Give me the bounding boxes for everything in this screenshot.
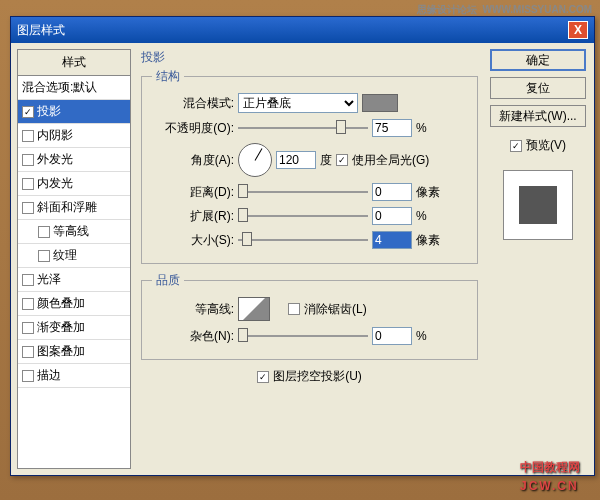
sidebar-item-label: 外发光 (37, 151, 73, 168)
style-checkbox[interactable] (22, 106, 34, 118)
titlebar[interactable]: 图层样式 X (11, 17, 594, 43)
style-checkbox[interactable] (22, 130, 34, 142)
sidebar-item[interactable]: 混合选项:默认 (18, 76, 130, 100)
global-light-label: 使用全局光(G) (352, 152, 429, 169)
sidebar-item[interactable]: 纹理 (18, 244, 130, 268)
style-checkbox[interactable] (38, 250, 50, 262)
noise-slider[interactable] (238, 328, 368, 344)
quality-legend: 品质 (152, 272, 184, 289)
angle-unit: 度 (320, 152, 332, 169)
spread-slider[interactable] (238, 208, 368, 224)
distance-slider[interactable] (238, 184, 368, 200)
size-input[interactable] (372, 231, 412, 249)
structure-group: 结构 混合模式: 正片叠底 不透明度(O): % 角度(A): 度 (141, 68, 478, 264)
noise-label: 杂色(N): (152, 328, 234, 345)
opacity-input[interactable] (372, 119, 412, 137)
spread-unit: % (416, 209, 427, 223)
opacity-label: 不透明度(O): (152, 120, 234, 137)
size-unit: 像素 (416, 232, 440, 249)
style-checkbox[interactable] (22, 346, 34, 358)
style-checkbox[interactable] (22, 202, 34, 214)
size-slider[interactable] (238, 232, 368, 248)
antialias-label: 消除锯齿(L) (304, 301, 367, 318)
sidebar-item[interactable]: 投影 (18, 100, 130, 124)
sidebar-item[interactable]: 等高线 (18, 220, 130, 244)
angle-dial[interactable] (238, 143, 272, 177)
preview-swatch (519, 186, 557, 224)
angle-label: 角度(A): (152, 152, 234, 169)
sidebar-item-label: 渐变叠加 (37, 319, 85, 336)
settings-title: 投影 (141, 49, 478, 66)
blend-mode-select[interactable]: 正片叠底 (238, 93, 358, 113)
sidebar-item[interactable]: 描边 (18, 364, 130, 388)
style-checkbox[interactable] (22, 370, 34, 382)
distance-input[interactable] (372, 183, 412, 201)
distance-label: 距离(D): (152, 184, 234, 201)
sidebar-item-label: 光泽 (37, 271, 61, 288)
spread-label: 扩展(R): (152, 208, 234, 225)
cancel-button[interactable]: 复位 (490, 77, 586, 99)
noise-input[interactable] (372, 327, 412, 345)
global-light-checkbox[interactable] (336, 154, 348, 166)
preview-checkbox[interactable] (510, 140, 522, 152)
sidebar-item-label: 等高线 (53, 223, 89, 240)
ok-button[interactable]: 确定 (490, 49, 586, 71)
opacity-slider[interactable] (238, 120, 368, 136)
style-checkbox[interactable] (22, 322, 34, 334)
sidebar-item-label: 图案叠加 (37, 343, 85, 360)
watermark-top-text: 思缘设计论坛 (417, 4, 477, 15)
sidebar-item[interactable]: 渐变叠加 (18, 316, 130, 340)
sidebar-item[interactable]: 斜面和浮雕 (18, 196, 130, 220)
contour-label: 等高线: (152, 301, 234, 318)
quality-group: 品质 等高线: 消除锯齿(L) 杂色(N): % (141, 272, 478, 360)
styles-list: 混合选项:默认投影内阴影外发光内发光斜面和浮雕等高线纹理光泽颜色叠加渐变叠加图案… (18, 76, 130, 468)
distance-unit: 像素 (416, 184, 440, 201)
sidebar-item[interactable]: 内阴影 (18, 124, 130, 148)
watermark-top-url: WWW.MISSYUAN.COM (483, 4, 592, 15)
preview-label: 预览(V) (526, 137, 566, 154)
sidebar-item[interactable]: 外发光 (18, 148, 130, 172)
styles-panel: 样式 混合选项:默认投影内阴影外发光内发光斜面和浮雕等高线纹理光泽颜色叠加渐变叠… (17, 49, 131, 469)
styles-header: 样式 (18, 50, 130, 76)
watermark-bottom: 中国教程网 JCW.CN (520, 457, 580, 494)
noise-unit: % (416, 329, 427, 343)
sidebar-item[interactable]: 内发光 (18, 172, 130, 196)
new-style-button[interactable]: 新建样式(W)... (490, 105, 586, 127)
sidebar-item[interactable]: 光泽 (18, 268, 130, 292)
watermark-top: 思缘设计论坛 WWW.MISSYUAN.COM (414, 3, 593, 17)
dialog-content: 样式 混合选项:默认投影内阴影外发光内发光斜面和浮雕等高线纹理光泽颜色叠加渐变叠… (11, 43, 594, 475)
preview-box (503, 170, 573, 240)
sidebar-item-label: 内阴影 (37, 127, 73, 144)
sidebar-item[interactable]: 颜色叠加 (18, 292, 130, 316)
knockout-label: 图层挖空投影(U) (273, 368, 362, 385)
shadow-color-swatch[interactable] (362, 94, 398, 112)
opacity-unit: % (416, 121, 427, 135)
sidebar-item-label: 颜色叠加 (37, 295, 85, 312)
sidebar-item-label: 内发光 (37, 175, 73, 192)
action-panel: 确定 复位 新建样式(W)... 预览(V) (488, 49, 588, 469)
blend-mode-label: 混合模式: (152, 95, 234, 112)
layer-style-dialog: 图层样式 X 样式 混合选项:默认投影内阴影外发光内发光斜面和浮雕等高线纹理光泽… (10, 16, 595, 476)
angle-input[interactable] (276, 151, 316, 169)
sidebar-item-label: 描边 (37, 367, 61, 384)
knockout-checkbox[interactable] (257, 371, 269, 383)
antialias-checkbox[interactable] (288, 303, 300, 315)
style-checkbox[interactable] (22, 178, 34, 190)
close-button[interactable]: X (568, 21, 588, 39)
contour-picker[interactable] (238, 297, 270, 321)
sidebar-item[interactable]: 图案叠加 (18, 340, 130, 364)
sidebar-item-label: 纹理 (53, 247, 77, 264)
style-checkbox[interactable] (22, 298, 34, 310)
size-label: 大小(S): (152, 232, 234, 249)
structure-legend: 结构 (152, 68, 184, 85)
sidebar-item-label: 斜面和浮雕 (37, 199, 97, 216)
sidebar-item-label: 投影 (37, 103, 61, 120)
dialog-title: 图层样式 (17, 17, 65, 43)
sidebar-item-label: 混合选项:默认 (22, 79, 97, 96)
style-checkbox[interactable] (22, 154, 34, 166)
style-checkbox[interactable] (22, 274, 34, 286)
spread-input[interactable] (372, 207, 412, 225)
settings-panel: 投影 结构 混合模式: 正片叠底 不透明度(O): % 角度(A): (137, 49, 482, 469)
style-checkbox[interactable] (38, 226, 50, 238)
